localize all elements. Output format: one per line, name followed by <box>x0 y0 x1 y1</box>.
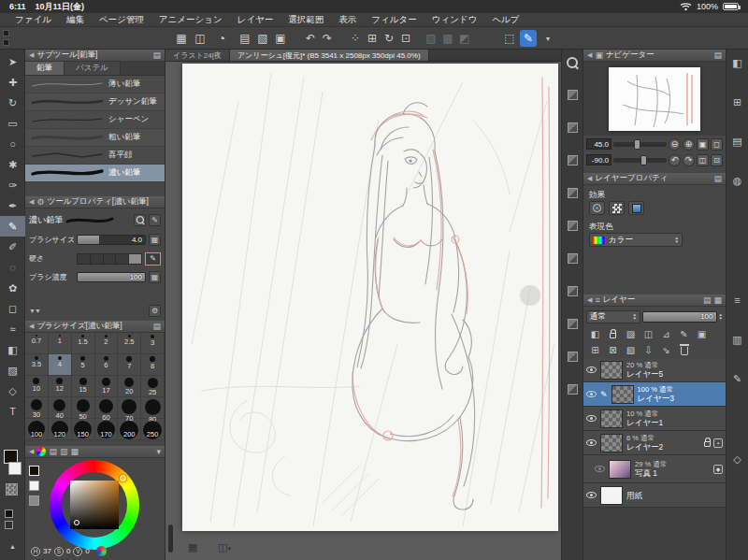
material-dock-1[interactable] <box>562 87 583 102</box>
size-cell[interactable]: 3.5 <box>25 354 49 376</box>
visibility-eye-icon[interactable] <box>586 366 597 373</box>
menu-item-filter[interactable]: フィルター <box>364 14 424 26</box>
size-cell[interactable]: 150 <box>72 419 95 440</box>
visibility-eye-icon[interactable] <box>595 466 605 472</box>
pencil-tool[interactable]: ✎ <box>0 216 25 237</box>
size-cell[interactable]: 80 <box>141 397 165 419</box>
decoration-tool[interactable]: ✿ <box>0 278 25 298</box>
brush-density-slider[interactable]: 100 <box>77 272 146 282</box>
reset-rotation-icon[interactable]: ⊡ <box>711 154 723 166</box>
canvas-page[interactable] <box>182 64 558 531</box>
menu-item-view[interactable]: 表示 <box>331 14 364 26</box>
material-dock-7[interactable] <box>562 283 583 298</box>
layer-property-panel-header[interactable]: ◀ レイヤープロパティ ▤ <box>583 173 726 185</box>
size-cell[interactable]: 7 <box>118 354 141 376</box>
mask-icon[interactable]: ◫ <box>641 327 655 340</box>
size-cell[interactable]: 2.5 <box>118 333 141 354</box>
material-dock-6[interactable] <box>562 251 583 266</box>
save-file-icon[interactable]: ▣ <box>272 30 289 47</box>
lock-layer-icon[interactable] <box>606 327 620 340</box>
lock-transparent-icon[interactable]: ▨ <box>624 327 638 340</box>
stylus-active-icon[interactable]: ✎ <box>520 30 537 47</box>
transparent-color-swatch[interactable] <box>6 483 18 495</box>
expand-params-icon[interactable]: ▼▼ <box>29 308 40 314</box>
panel-dock-1[interactable]: ◧ <box>726 55 748 70</box>
zoom-dock-icon[interactable] <box>562 53 583 72</box>
color-wheel-tab-icon[interactable] <box>36 447 46 456</box>
expression-color-dropdown[interactable]: カラー ▲▼ <box>589 233 683 247</box>
brush-size-slider[interactable]: 4.0 <box>77 235 146 245</box>
visibility-eye-icon[interactable] <box>586 492 597 498</box>
material-dock-4[interactable] <box>562 185 583 200</box>
hue-cursor[interactable] <box>120 475 126 481</box>
layer-tab-1-icon[interactable]: ▤ <box>703 295 712 305</box>
marquee-tool[interactable]: ▭ <box>0 113 25 134</box>
auto-select-tool[interactable]: ✱ <box>0 154 25 175</box>
size-cell[interactable]: 1 <box>49 333 72 354</box>
size-cell[interactable]: 250 <box>141 419 165 440</box>
layer-thumbnail[interactable] <box>600 409 623 428</box>
hardness-selector[interactable] <box>77 253 142 265</box>
collapse-left-icon[interactable]: ◀ <box>587 175 592 182</box>
size-cell[interactable]: 200 <box>118 419 141 440</box>
text-tool[interactable]: T <box>0 401 25 422</box>
doc-tab-active[interactable]: アンリーシュ[復元]* (B5 3541 x 2508px 350dpi 45.… <box>230 50 429 61</box>
transfer-layer-icon[interactable]: ⇩ <box>641 343 655 356</box>
open-file-icon[interactable]: ▧ <box>254 30 271 47</box>
panel-dock-8[interactable]: ◇ <box>726 452 748 467</box>
actual-size-icon[interactable]: ◻ <box>711 138 723 151</box>
blend-tool[interactable]: ≈ <box>0 319 25 339</box>
menu-item-selection[interactable]: 選択範囲 <box>280 14 331 26</box>
layer-row[interactable]: 10 % 通常レイヤー1 <box>583 407 726 431</box>
strip-scroll-up-icon[interactable]: ▲ <box>0 536 25 556</box>
color-slider-tab-icon[interactable]: ▤ <box>49 447 57 456</box>
brush-size-source-icon[interactable]: ▦ <box>149 234 161 246</box>
collapse-left-icon[interactable]: ◀ <box>29 323 34 330</box>
collapse-left-icon[interactable]: ◀ <box>29 51 34 59</box>
subtool-detail-icon[interactable]: ✎ <box>149 214 161 226</box>
menu-item-window[interactable]: ウィンドウ <box>424 14 485 26</box>
layer-tab-2-icon[interactable]: ▦ <box>713 295 722 305</box>
visibility-eye-icon[interactable] <box>586 439 597 446</box>
pen-tool[interactable]: ✒ <box>0 195 25 216</box>
airbrush-tool[interactable]: ◌ <box>0 257 25 278</box>
redo-icon[interactable]: ↷ <box>319 30 336 47</box>
palette-color-icon[interactable]: ▣ <box>695 327 709 340</box>
checker-toggle-icon[interactable]: ▦ <box>188 541 197 553</box>
size-cell[interactable]: 8 <box>141 354 165 376</box>
layer-color-icon[interactable] <box>628 201 644 215</box>
zoom-in-icon[interactable]: ⊕ <box>683 138 695 151</box>
new-layer-icon[interactable]: ⊞ <box>588 343 602 356</box>
visibility-eye-icon[interactable] <box>586 391 597 397</box>
hardness-current-icon[interactable]: ✎ <box>145 252 161 266</box>
subtool-panel-header[interactable]: ◀ サブツール[鉛筆] ▤ <box>25 50 165 62</box>
set-as-draft-icon[interactable]: ✎ <box>677 327 691 340</box>
size-cell[interactable]: 120 <box>49 419 72 440</box>
layer-row[interactable]: 20 % 通常レイヤー5 <box>583 358 726 382</box>
panel-menu-icon[interactable]: ▤ <box>152 322 161 331</box>
size-cell[interactable]: 60 <box>95 397 119 419</box>
collapsed-palette-chip[interactable] <box>3 30 9 36</box>
navigator-panel-header[interactable]: ◀ ▣ ナビゲーター ▤ <box>583 50 726 62</box>
collapse-left-icon[interactable]: ◀ <box>587 51 592 59</box>
palette-chip[interactable] <box>5 521 13 529</box>
size-cell[interactable]: 6 <box>95 354 119 376</box>
collapse-left-icon[interactable]: ◀ <box>29 198 34 206</box>
panel-menu-icon[interactable]: ▾ <box>156 447 161 456</box>
size-cell[interactable]: 170 <box>95 419 119 440</box>
size-cell[interactable]: 17 <box>95 376 119 397</box>
size-cell[interactable]: 2 <box>95 333 119 354</box>
zoom-out-icon[interactable]: ⊖ <box>669 138 681 151</box>
rotate-left-icon[interactable]: ↶ <box>669 154 681 166</box>
menu-item-help[interactable]: ヘルプ <box>484 14 526 26</box>
size-cell[interactable]: 5 <box>72 354 95 376</box>
previous-color-swatch[interactable] <box>29 481 39 491</box>
size-cell-selected[interactable]: 4 <box>49 354 72 376</box>
panel-dock-7[interactable]: ✎ <box>726 371 748 386</box>
screen-share-icon[interactable]: ◫ <box>192 30 209 47</box>
eraser-tool[interactable]: ◻ <box>0 298 25 319</box>
layer-thumbnail[interactable] <box>600 434 623 452</box>
menu-item-layer[interactable]: レイヤー <box>230 14 281 26</box>
menu-item-page-manage[interactable]: ページ管理 <box>92 14 151 26</box>
toolbar-more-icon[interactable]: ▾ <box>539 30 556 47</box>
